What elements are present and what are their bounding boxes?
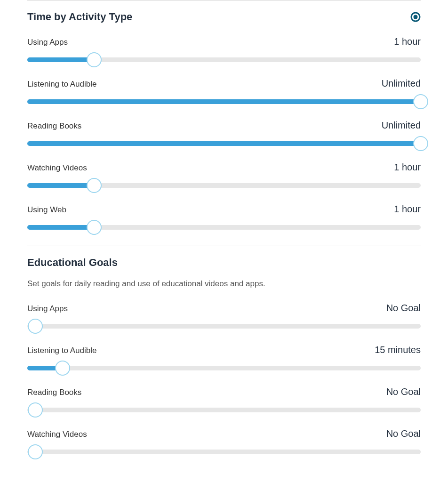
slider-value: No Goal [386, 386, 421, 397]
slider-label: Reading Books [27, 388, 81, 397]
slider-track-videos[interactable] [27, 183, 421, 188]
slider-label: Reading Books [27, 121, 81, 131]
slider-item-videos: Watching Videos 1 hour [27, 162, 421, 188]
slider-value: 15 minutes [375, 345, 421, 355]
slider-item-audible: Listening to Audible Unlimited [27, 78, 421, 104]
slider-label: Watching Videos [27, 430, 87, 439]
slider-label: Listening to Audible [27, 80, 96, 89]
goal-track-audible[interactable] [27, 366, 421, 370]
educational-goals-title: Educational Goals [27, 257, 118, 269]
slider-value: No Goal [386, 303, 421, 313]
slider-value: 1 hour [394, 204, 421, 215]
time-by-activity-header: Time by Activity Type [27, 11, 421, 23]
goal-track-apps[interactable] [27, 324, 421, 329]
goal-item-apps: Using Apps No Goal [27, 303, 421, 329]
slider-row: Reading Books Unlimited [27, 120, 421, 131]
slider-thumb[interactable] [28, 444, 43, 459]
slider-fill [27, 183, 94, 188]
slider-row: Listening to Audible Unlimited [27, 78, 421, 89]
slider-thumb[interactable] [87, 52, 102, 67]
goal-track-books[interactable] [27, 408, 421, 412]
top-divider [27, 0, 421, 0]
slider-row: Using Apps 1 hour [27, 36, 421, 47]
svg-point-1 [414, 15, 418, 19]
slider-thumb[interactable] [28, 402, 43, 418]
slider-fill [27, 57, 94, 62]
slider-thumb[interactable] [87, 220, 102, 235]
slider-thumb[interactable] [87, 178, 102, 193]
slider-row: Using Web 1 hour [27, 204, 421, 215]
slider-row: Using Apps No Goal [27, 303, 421, 313]
time-by-activity-title: Time by Activity Type [27, 11, 132, 23]
slider-label: Listening to Audible [27, 346, 96, 355]
slider-row: Reading Books No Goal [27, 386, 421, 397]
slider-thumb[interactable] [413, 136, 428, 151]
slider-value: No Goal [386, 428, 421, 439]
educational-goals-header: Educational Goals [27, 257, 421, 269]
educational-goals-section: Educational Goals Set goals for daily re… [27, 257, 421, 454]
slider-track-web[interactable] [27, 225, 421, 230]
slider-row: Watching Videos No Goal [27, 428, 421, 439]
slider-label: Using Apps [27, 304, 68, 313]
educational-goals-desc: Set goals for daily reading and use of e… [27, 279, 421, 289]
mid-divider [27, 246, 421, 246]
slider-row: Listening to Audible 15 minutes [27, 345, 421, 355]
slider-track-apps[interactable] [27, 57, 421, 62]
slider-label: Watching Videos [27, 163, 87, 173]
slider-value: Unlimited [382, 120, 421, 131]
slider-fill [27, 141, 421, 146]
slider-item-books: Reading Books Unlimited [27, 120, 421, 146]
slider-item-web: Using Web 1 hour [27, 204, 421, 230]
slider-label: Using Web [27, 205, 66, 215]
radio-selected-icon[interactable] [410, 12, 421, 22]
slider-track-books[interactable] [27, 141, 421, 146]
slider-value: Unlimited [382, 78, 421, 89]
slider-thumb[interactable] [28, 319, 43, 334]
slider-track-audible[interactable] [27, 99, 421, 104]
goal-item-videos: Watching Videos No Goal [27, 428, 421, 454]
goal-item-books: Reading Books No Goal [27, 386, 421, 412]
slider-value: 1 hour [394, 36, 421, 47]
goal-item-audible: Listening to Audible 15 minutes [27, 345, 421, 370]
slider-thumb[interactable] [55, 361, 70, 376]
slider-item-apps: Using Apps 1 hour [27, 36, 421, 62]
goal-track-videos[interactable] [27, 450, 421, 454]
slider-value: 1 hour [394, 162, 421, 173]
slider-label: Using Apps [27, 38, 68, 47]
slider-row: Watching Videos 1 hour [27, 162, 421, 173]
slider-fill [27, 99, 421, 104]
slider-thumb[interactable] [413, 94, 428, 109]
slider-fill [27, 225, 94, 230]
